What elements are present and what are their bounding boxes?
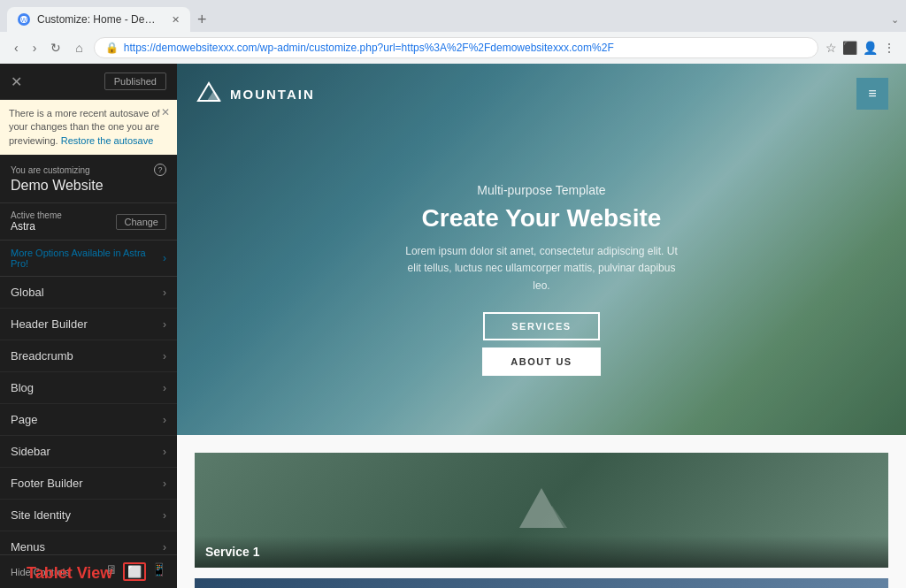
- chevron-right-icon: ›: [163, 318, 166, 331]
- menu-item-menus[interactable]: Menus ›: [0, 531, 177, 554]
- astra-pro-chevron-icon: ›: [163, 252, 166, 264]
- svg-marker-3: [207, 90, 221, 101]
- hero-title: Create Your Website: [422, 204, 662, 233]
- menu-item-page[interactable]: Page ›: [0, 404, 177, 436]
- logo-text: MOUNTAIN: [230, 87, 315, 102]
- chevron-right-icon: ›: [163, 286, 166, 299]
- mobile-view-icon[interactable]: 📱: [151, 562, 166, 581]
- customizing-section: You are customizing ? Demo Website: [0, 155, 177, 203]
- tab-more-button[interactable]: ⌄: [891, 14, 899, 26]
- site-title: Demo Website: [11, 178, 166, 194]
- menu-item-global[interactable]: Global ›: [0, 277, 177, 309]
- svg-text:W: W: [21, 17, 27, 23]
- service-image-2: [195, 578, 888, 588]
- browser-actions: ☆ ⬛ 👤 ⋮: [825, 41, 895, 55]
- chevron-right-icon: ›: [163, 446, 166, 458]
- menu-button[interactable]: ⋮: [883, 41, 895, 55]
- menu-item-breadcrumb[interactable]: Breadcrumb ›: [0, 340, 177, 372]
- theme-section: Active theme Astra Change: [0, 203, 177, 241]
- active-tab[interactable]: W Customize: Home - Demo W... ✕: [7, 7, 190, 32]
- home-button[interactable]: ⌂: [72, 39, 86, 57]
- astra-pro-banner[interactable]: More Options Available in Astra Pro! ›: [0, 241, 177, 277]
- chevron-right-icon: ›: [163, 509, 166, 522]
- desktop-view-icon[interactable]: 🖥: [105, 562, 118, 581]
- notification-bar: There is a more recent autosave of your …: [0, 100, 177, 155]
- menu-item-header-builder[interactable]: Header Builder ›: [0, 309, 177, 340]
- service-card-1: Service 1: [195, 453, 888, 568]
- website-preview: MOUNTAIN ≡ Multi-purpose Template Create…: [177, 64, 906, 588]
- panel-footer: Hide Controls 🖥 ⬜ 📱: [0, 554, 177, 588]
- tab-title: Customize: Home - Demo W...: [37, 13, 161, 26]
- menu-item-sidebar[interactable]: Sidebar ›: [0, 436, 177, 468]
- menu-items-list: Global › Header Builder › Breadcrumb › B…: [0, 277, 177, 554]
- hero-subtitle: Multi-purpose Template: [477, 183, 605, 197]
- chevron-right-icon: ›: [163, 382, 166, 394]
- bookmark-button[interactable]: ☆: [825, 41, 837, 55]
- hide-controls-label: Hide Controls: [11, 567, 70, 577]
- services-section: Service 1: [177, 435, 906, 588]
- profile-button[interactable]: 👤: [863, 41, 878, 55]
- service-label-1: Service 1: [195, 536, 888, 568]
- tab-close-button[interactable]: ✕: [172, 14, 180, 26]
- help-icon[interactable]: ?: [154, 164, 166, 176]
- hamburger-menu-button[interactable]: ≡: [856, 78, 888, 110]
- main-layout: ✕ Published There is a more recent autos…: [0, 64, 906, 588]
- notification-close-button[interactable]: ✕: [161, 105, 170, 120]
- site-header: MOUNTAIN ≡: [177, 64, 906, 124]
- new-tab-button[interactable]: +: [190, 11, 214, 29]
- mountain-logo-icon: [195, 80, 223, 108]
- theme-name: Astra: [11, 220, 62, 233]
- panel-header: ✕ Published: [0, 64, 177, 100]
- tab-bar: W Customize: Home - Demo W... ✕ + ⌄: [0, 0, 906, 32]
- tab-favicon: W: [18, 13, 30, 26]
- url-text: https://demowebsitexxx.com/wp-admin/cust…: [124, 42, 614, 54]
- menu-item-footer-builder[interactable]: Footer Builder ›: [0, 468, 177, 500]
- customizer-panel: ✕ Published There is a more recent autos…: [0, 64, 177, 588]
- hero-description: Lorem ipsum dolor sit amet, consectetur …: [400, 243, 683, 294]
- forward-button[interactable]: ›: [29, 39, 41, 57]
- view-icons: 🖥 ⬜ 📱: [105, 562, 166, 581]
- chevron-right-icon: ›: [163, 541, 166, 554]
- hero-content: Multi-purpose Template Create Your Websi…: [177, 124, 906, 435]
- address-bar: ‹ › ↻ ⌂ 🔒 https://demowebsitexxx.com/wp-…: [0, 32, 906, 64]
- cast-button[interactable]: ⬛: [842, 41, 857, 55]
- site-logo: MOUNTAIN: [195, 80, 315, 108]
- change-theme-button[interactable]: Change: [116, 214, 166, 230]
- customizing-label: You are customizing ?: [11, 164, 166, 176]
- active-theme-label: Active theme: [11, 210, 62, 220]
- menu-item-site-identity[interactable]: Site Identity ›: [0, 500, 177, 531]
- menu-item-blog[interactable]: Blog ›: [0, 372, 177, 404]
- chevron-right-icon: ›: [163, 477, 166, 490]
- chevron-right-icon: ›: [163, 350, 166, 363]
- service-card-2: [195, 578, 888, 588]
- hide-controls-button[interactable]: Hide Controls: [11, 567, 70, 577]
- refresh-button[interactable]: ↻: [47, 39, 65, 57]
- published-button[interactable]: Published: [104, 73, 166, 90]
- url-bar[interactable]: 🔒 https://demowebsitexxx.com/wp-admin/cu…: [94, 37, 818, 58]
- chevron-right-icon: ›: [163, 414, 166, 426]
- restore-autosave-link[interactable]: Restore the autosave: [61, 135, 154, 146]
- astra-pro-text: More Options Available in Astra Pro!: [11, 248, 163, 269]
- website-content: MOUNTAIN ≡ Multi-purpose Template Create…: [177, 64, 906, 588]
- hero-section: MOUNTAIN ≡ Multi-purpose Template Create…: [177, 64, 906, 435]
- back-button[interactable]: ‹: [11, 39, 22, 57]
- services-button[interactable]: SERVICES: [483, 312, 599, 340]
- close-customizer-button[interactable]: ✕: [11, 73, 22, 90]
- hero-buttons: SERVICES ABOUT US: [482, 312, 600, 376]
- tablet-view-icon[interactable]: ⬜: [123, 562, 146, 581]
- about-us-button[interactable]: ABOUT US: [482, 347, 600, 376]
- browser-chrome: W Customize: Home - Demo W... ✕ + ⌄ ‹ › …: [0, 0, 906, 64]
